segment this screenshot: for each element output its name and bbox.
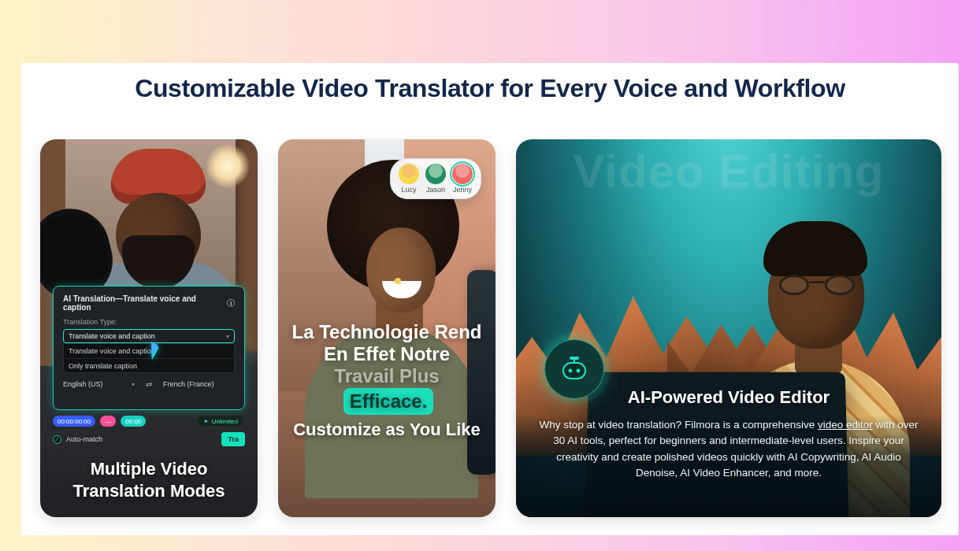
timeline-tags-row: 00:00:00:00 — 00:00 ✦ Unlimited (53, 415, 245, 427)
avatar-icon (452, 164, 473, 184)
avatar-name: Jason (426, 186, 445, 194)
svg-rect-4 (574, 359, 575, 364)
translation-type-select[interactable]: Translate voice and caption ▾ (63, 329, 235, 343)
watermark-text: Video Editing (516, 144, 941, 198)
caption-line: En Effet Notre (288, 343, 486, 365)
card-ai-video-editor[interactable]: Video Editing (516, 139, 941, 517)
voice-avatar[interactable]: Jason (425, 164, 446, 194)
ai-translation-panel: AI Translation—Translate voice and capti… (53, 286, 245, 410)
card-description: Why stop at video translation? Filmora i… (538, 417, 919, 481)
caption-line: La Technologie Rend (288, 321, 486, 343)
caption-line: Travail Plus Efficace. (288, 365, 486, 415)
translation-type-label: Translation Type: (63, 318, 235, 326)
info-icon[interactable]: i (227, 299, 235, 307)
avatar-name: Jenny (453, 186, 472, 194)
page-title: Customizable Video Translator for Every … (40, 74, 940, 103)
card-title: Customize as You Like (278, 419, 496, 441)
target-language-select[interactable]: French (France) (163, 378, 235, 390)
auto-match-label: Auto-match (66, 435, 102, 443)
voice-avatar-picker[interactable]: Lucy Jason Jenny (390, 158, 481, 199)
timecode-chip: — (100, 416, 116, 427)
timecode-chip: 00:00:00:00 (53, 416, 95, 427)
timeline-tags: 00:00:00:00 — 00:00 (53, 416, 146, 427)
checkbox-checked-icon: ✓ (53, 435, 61, 444)
caption-faded: Travail Plus (334, 365, 439, 386)
auto-match-row: ✓ Auto-match Tra (53, 432, 245, 446)
card-customize[interactable]: Lucy Jason Jenny La Technologie Rend En … (278, 139, 496, 517)
feature-cards-row: AI Translation—Translate voice and capti… (40, 139, 940, 517)
timecode-chip: 00:00 (121, 416, 146, 427)
card2-illustration: Lucy Jason Jenny La Technologie Rend En … (278, 139, 496, 517)
auto-match-toggle[interactable]: ✓ Auto-match (53, 435, 102, 444)
target-language-value: French (France) (163, 380, 214, 388)
svg-rect-0 (563, 363, 585, 379)
chevron-down-icon: ▾ (132, 381, 135, 388)
voice-avatar-selected[interactable]: Jenny (452, 164, 473, 194)
deco-hair (763, 221, 867, 276)
glasses-icon (779, 275, 855, 295)
deco-earring (395, 278, 401, 284)
unlimited-label: Unlimited (212, 418, 238, 425)
swap-languages-icon[interactable]: ⇄ (143, 378, 155, 390)
card-translation-modes[interactable]: AI Translation—Translate voice and capti… (40, 139, 258, 517)
source-language-select[interactable]: English (US) ▾ (63, 378, 135, 390)
card3-illustration: Video Editing (516, 139, 941, 517)
language-row: English (US) ▾ ⇄ French (France) (63, 378, 235, 390)
chevron-down-icon: ▾ (226, 333, 229, 340)
deco-light (206, 144, 250, 188)
translation-type-value: Translate voice and caption (69, 332, 155, 340)
svg-point-2 (577, 369, 581, 373)
video-editor-link[interactable]: video editor (818, 419, 873, 431)
panel-header: AI Translation—Translate voice and capti… (63, 294, 235, 312)
svg-point-1 (569, 369, 573, 373)
unlimited-badge: ✦ Unlimited (196, 415, 245, 427)
voice-avatar[interactable]: Lucy (399, 164, 419, 194)
overlay-caption: La Technologie Rend En Effet Notre Trava… (278, 321, 496, 415)
translate-button[interactable]: Tra (221, 432, 245, 446)
card-title: Multiple Video Translation Modes (40, 458, 258, 501)
translation-type-option[interactable]: Only translate caption (64, 358, 234, 372)
avatar-icon (399, 164, 419, 184)
deco-face (366, 227, 436, 312)
card-description-part: Why stop at video translation? Filmora i… (540, 419, 818, 431)
caption-highlight: Efficace. (343, 388, 434, 415)
panel-header-text: AI Translation—Translate voice and capti… (63, 294, 222, 312)
source-language-value: English (US) (63, 380, 103, 388)
sparkle-icon: ✦ (203, 418, 209, 425)
avatar-icon (425, 164, 446, 184)
content-panel: Customizable Video Translator for Every … (21, 63, 959, 535)
card-title: AI-Powered Video Editor (538, 387, 919, 408)
avatar-name: Lucy (401, 186, 416, 194)
card-text-block: AI-Powered Video Editor Why stop at vide… (516, 387, 941, 481)
